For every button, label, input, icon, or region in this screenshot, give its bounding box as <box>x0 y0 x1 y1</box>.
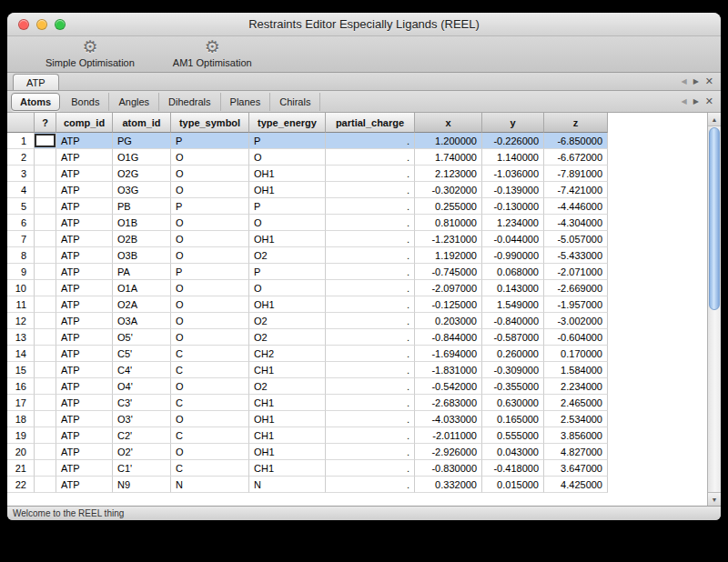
cell-type_symbol[interactable]: O <box>171 329 249 346</box>
tab-bonds[interactable]: Bonds <box>62 93 109 111</box>
cell-z[interactable]: 4.827000 <box>544 444 608 460</box>
cell-comp_id[interactable]: ATP <box>56 296 113 313</box>
cell-atom_id[interactable]: C4' <box>113 362 171 378</box>
cell-type_symbol[interactable]: C <box>171 346 249 362</box>
cell-z[interactable]: -0.604000 <box>544 329 608 346</box>
cell-q[interactable] <box>35 149 56 166</box>
cell-y[interactable]: 0.165000 <box>482 411 544 427</box>
cell-partial_charge[interactable]: . <box>326 444 415 460</box>
cell-comp_id[interactable]: ATP <box>56 378 113 395</box>
cell-q[interactable] <box>35 247 56 264</box>
cell-y[interactable]: 1.549000 <box>482 296 544 313</box>
cell-type_symbol[interactable]: O <box>171 378 249 395</box>
cell-type_energy[interactable]: O <box>249 280 326 296</box>
cell-z[interactable]: 2.465000 <box>544 395 608 411</box>
cell-y[interactable]: -0.840000 <box>482 313 544 329</box>
cell-q[interactable] <box>35 477 56 493</box>
cell-partial_charge[interactable]: . <box>326 411 415 427</box>
cell-q[interactable] <box>35 427 56 444</box>
tab-angles[interactable]: Angles <box>109 93 159 111</box>
cell-y[interactable]: 1.234000 <box>482 215 544 231</box>
cell-x[interactable]: -0.125000 <box>415 296 482 313</box>
minimize-window-button[interactable] <box>36 19 47 30</box>
cell-z[interactable]: -5.433000 <box>544 247 608 264</box>
cell-x[interactable]: -0.830000 <box>415 460 482 477</box>
cell-comp_id[interactable]: ATP <box>56 313 113 329</box>
scrollbar-track[interactable] <box>708 126 721 492</box>
cell-x[interactable]: 0.332000 <box>415 477 482 493</box>
cell-y[interactable]: 0.630000 <box>482 395 544 411</box>
cell-type_symbol[interactable]: O <box>171 231 249 247</box>
cell-x[interactable]: -1.231000 <box>415 231 482 247</box>
cell-y[interactable]: 0.043000 <box>482 444 544 460</box>
cell-type_energy[interactable]: OH1 <box>249 296 326 313</box>
cell-partial_charge[interactable]: . <box>326 378 415 395</box>
cell-type_symbol[interactable]: O <box>171 313 249 329</box>
cell-partial_charge[interactable]: . <box>326 198 415 215</box>
cell-partial_charge[interactable]: . <box>326 182 415 198</box>
cell-partial_charge[interactable]: . <box>326 313 415 329</box>
cell-atom_id[interactable]: O2A <box>113 296 171 313</box>
cell-partial_charge[interactable]: . <box>326 362 415 378</box>
cell-z[interactable]: -7.421000 <box>544 182 608 198</box>
cell-atom_id[interactable]: O2B <box>113 231 171 247</box>
col-header-atom_id[interactable]: atom_id <box>113 113 171 133</box>
cell-type_energy[interactable]: O <box>249 149 326 166</box>
cell-q[interactable] <box>35 378 56 395</box>
cell-x[interactable]: -2.683000 <box>415 395 482 411</box>
cell-q[interactable] <box>35 346 56 362</box>
cell-comp_id[interactable]: ATP <box>56 395 113 411</box>
tab-scroll-right-icon[interactable]: ▶ <box>693 97 699 105</box>
cell-partial_charge[interactable]: . <box>326 427 415 444</box>
cell-type_symbol[interactable]: P <box>171 133 249 149</box>
cell-x[interactable]: 1.740000 <box>415 149 482 166</box>
cell-comp_id[interactable]: ATP <box>56 411 113 427</box>
cell-type_energy[interactable]: O2 <box>249 329 326 346</box>
cell-q[interactable] <box>35 313 56 329</box>
tab-scroll-right-icon[interactable]: ▶ <box>693 77 699 85</box>
cell-atom_id[interactable]: O3' <box>113 411 171 427</box>
cell-comp_id[interactable]: ATP <box>56 133 113 149</box>
cell-type_energy[interactable]: O2 <box>249 247 326 264</box>
cell-partial_charge[interactable]: . <box>326 149 415 166</box>
cell-y[interactable]: -0.226000 <box>482 133 544 149</box>
cell-atom_id[interactable]: C3' <box>113 395 171 411</box>
cell-x[interactable]: 1.200000 <box>415 133 482 149</box>
cell-atom_id[interactable]: O1B <box>113 215 171 231</box>
tab-atp[interactable]: ATP <box>13 74 59 90</box>
cell-partial_charge[interactable]: . <box>326 280 415 296</box>
cell-y[interactable]: -0.355000 <box>482 378 544 395</box>
cell-atom_id[interactable]: O3B <box>113 247 171 264</box>
cell-partial_charge[interactable]: . <box>326 477 415 493</box>
cell-partial_charge[interactable]: . <box>326 264 415 280</box>
cell-q[interactable] <box>35 166 56 182</box>
col-header-partial_charge[interactable]: partial_charge <box>326 113 415 133</box>
cell-comp_id[interactable]: ATP <box>56 460 113 477</box>
cell-atom_id[interactable]: PB <box>113 198 171 215</box>
cell-type_energy[interactable]: P <box>249 133 326 149</box>
cell-type_symbol[interactable]: O <box>171 296 249 313</box>
cell-y[interactable]: 0.260000 <box>482 346 544 362</box>
cell-y[interactable]: -0.309000 <box>482 362 544 378</box>
cell-atom_id[interactable]: O3G <box>113 182 171 198</box>
cell-x[interactable]: 1.192000 <box>415 247 482 264</box>
cell-atom_id[interactable]: O4' <box>113 378 171 395</box>
cell-type_symbol[interactable]: O <box>171 182 249 198</box>
cell-z[interactable]: 4.425000 <box>544 477 608 493</box>
cell-z[interactable]: 3.647000 <box>544 460 608 477</box>
cell-x[interactable]: -2.926000 <box>415 444 482 460</box>
cell-partial_charge[interactable]: . <box>326 247 415 264</box>
cell-atom_id[interactable]: PA <box>113 264 171 280</box>
cell-type_energy[interactable]: OH1 <box>249 231 326 247</box>
cell-type_symbol[interactable]: O <box>171 166 249 182</box>
cell-comp_id[interactable]: ATP <box>56 149 113 166</box>
cell-z[interactable]: -2.669000 <box>544 280 608 296</box>
cell-y[interactable]: 1.140000 <box>482 149 544 166</box>
cell-z[interactable]: 2.234000 <box>544 378 608 395</box>
simple-optimisation-button[interactable]: ⚙ Simple Optimisation <box>40 37 140 69</box>
cell-type_energy[interactable]: O <box>249 215 326 231</box>
cell-partial_charge[interactable]: . <box>326 215 415 231</box>
cell-atom_id[interactable]: O2G <box>113 166 171 182</box>
cell-z[interactable]: -5.057000 <box>544 231 608 247</box>
cell-type_symbol[interactable]: O <box>171 444 249 460</box>
